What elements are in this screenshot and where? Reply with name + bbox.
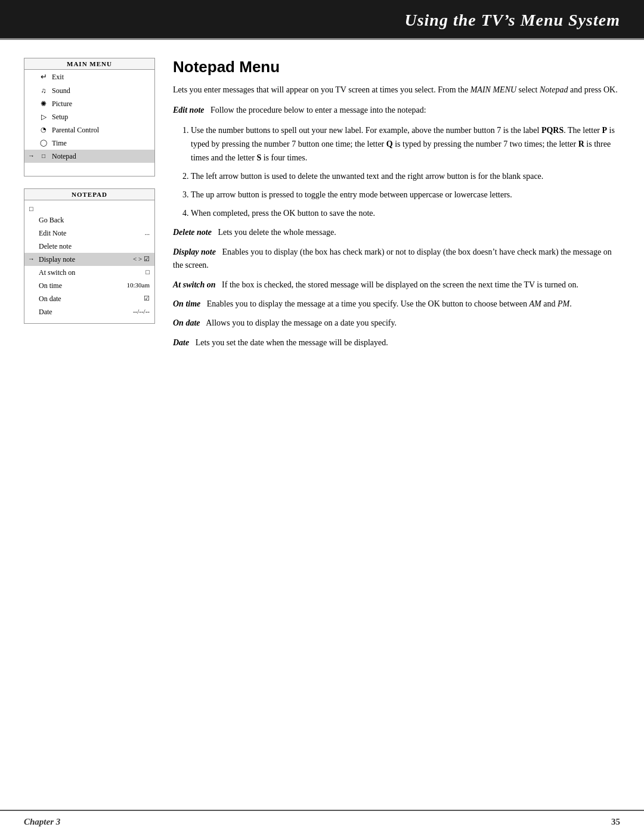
atswitchon-arrow (28, 267, 35, 277)
date-text: Lets you set the date when the message w… (196, 338, 388, 347)
menu-item-parental: ◔ Parental Control (24, 123, 154, 137)
picture-arrow (28, 98, 35, 109)
deletenote-arrow (28, 241, 35, 251)
at-switch-on-text: If the box is checked, the stored messag… (222, 280, 578, 289)
parental-icon: ◔ (39, 125, 48, 135)
edit-note-text: Follow the procedure below to enter a me… (210, 106, 426, 114)
notepad-row-displaynote: → Display note < > ☑ (24, 253, 154, 266)
pm-ref: PM (558, 299, 569, 308)
notepad-icon: □ (39, 151, 48, 160)
notepad-row-ondate: On date ☑ (24, 292, 154, 305)
setup-label: Setup (52, 112, 150, 122)
notepad-ref: Notepad (540, 85, 568, 94)
at-switch-on-block: At switch on If the box is checked, the … (173, 278, 620, 292)
notepad-label: Notepad (52, 151, 150, 162)
goback-arrow (28, 215, 35, 225)
s-bold: S (256, 153, 261, 162)
notepad-bottom-spacer (24, 318, 154, 323)
edit-note-block: Edit note Follow the procedure below to … (173, 104, 620, 117)
step-3: The up arrow button is pressed to toggle… (191, 188, 620, 202)
sound-icon: ♫ (39, 85, 48, 96)
exit-arrow (28, 72, 35, 82)
time-arrow (28, 138, 35, 148)
menu-item-picture: ✺ Picture (24, 97, 154, 110)
steps-list: Use the number buttons to spell out your… (191, 123, 620, 221)
goback-label: Go Back (39, 215, 150, 225)
notepad-row-ontime: On time 10:30am (24, 279, 154, 292)
at-switch-on-label: At switch on (173, 280, 216, 289)
main-menu-title: MAIN MENU (24, 58, 154, 70)
ontime-value: 10:30am (127, 280, 150, 290)
editnote-label: Edit Note (39, 228, 141, 239)
right-panel: Notepad Menu Lets you enter messages tha… (173, 58, 620, 355)
notepad-checkbox-top: □ (24, 204, 154, 213)
delete-note-text: Lets you delete the whole message. (218, 228, 336, 237)
setup-icon: ▷ (39, 112, 48, 122)
main-content: MAIN MENU ↵ Exit ♫ Sound ✺ Picture (0, 40, 644, 379)
exit-icon: ↵ (39, 71, 48, 83)
picture-icon: ✺ (39, 98, 48, 109)
delete-note-label: Delete note (173, 228, 212, 237)
atswitchon-value: □ (145, 267, 150, 277)
main-menu-ref: MAIN MENU (470, 85, 516, 94)
editnote-value: ... (145, 228, 150, 238)
pqrs-bold: PQRS (541, 126, 564, 135)
on-date-label: On date (173, 318, 200, 327)
menu-item-sound: ♫ Sound (24, 84, 154, 97)
notepad-row-editnote: Edit Note ... (24, 227, 154, 240)
parental-label: Parental Control (52, 125, 150, 135)
notepad-row-atswitchon: At switch on □ (24, 266, 154, 279)
date-block: Date Lets you set the date when the mess… (173, 336, 620, 349)
ontime-label: On time (39, 280, 123, 291)
ondate-arrow (28, 293, 35, 304)
section-title: Notepad Menu (173, 58, 620, 76)
notepad-menu-box: NOTEPAD □ Go Back Edit Note ... Delete n… (24, 188, 155, 324)
menu-item-exit: ↵ Exit (24, 70, 154, 84)
step-2: The left arrow button is used to delete … (191, 169, 620, 183)
display-note-label: Display note (173, 247, 216, 256)
notepad-row-date: Date --/--/-- (24, 305, 154, 318)
step-4: When completed, press the OK button to s… (191, 206, 620, 220)
editnote-arrow (28, 228, 35, 238)
notepad-arrow: → (28, 151, 35, 161)
exit-label: Exit (52, 72, 150, 82)
time-label: Time (52, 138, 150, 148)
intro-text: Lets you enter messages that will appear… (173, 83, 620, 97)
page-footer: Chapter 3 35 (0, 810, 644, 833)
delete-note-block: Delete note Lets you delete the whole me… (173, 226, 620, 239)
edit-note-label: Edit note (173, 106, 205, 114)
parental-arrow (28, 125, 35, 135)
menu-item-time: ◯ Time (24, 137, 154, 150)
display-note-text: Enables you to display (the box has chec… (173, 247, 612, 270)
r-bold: R (578, 140, 584, 148)
sound-arrow (28, 85, 35, 95)
displaynote-label: Display note (39, 254, 129, 265)
main-menu-box: MAIN MENU ↵ Exit ♫ Sound ✺ Picture (24, 58, 155, 176)
on-time-text: Enables you to display the message at a … (207, 299, 572, 308)
time-icon: ◯ (39, 138, 48, 148)
picture-label: Picture (52, 98, 150, 109)
notepad-row-deletenote: Delete note (24, 240, 154, 253)
menu-spacer (24, 163, 154, 176)
on-date-text: Allows you to display the message on a d… (206, 318, 397, 327)
on-time-block: On time Enables you to display the messa… (173, 298, 620, 311)
p-bold: P (602, 126, 608, 135)
ondate-label: On date (39, 293, 140, 304)
setup-arrow (28, 112, 35, 122)
on-time-label: On time (173, 299, 200, 308)
page-header: Using the TV’s Menu System (0, 0, 644, 38)
atswitchon-label: At switch on (39, 267, 142, 278)
footer-chapter: Chapter 3 (24, 817, 60, 827)
date-value: --/--/-- (133, 306, 150, 317)
step-1: Use the number buttons to spell out your… (191, 123, 620, 165)
notepad-menu-title: NOTEPAD (24, 189, 154, 200)
am-ref: AM (529, 299, 541, 308)
display-note-block: Display note Enables you to display (the… (173, 246, 620, 272)
notepad-row-goback: Go Back (24, 213, 154, 227)
ontime-arrow (28, 280, 35, 290)
sound-label: Sound (52, 85, 150, 96)
deletenote-label: Delete note (39, 241, 150, 252)
footer-page: 35 (611, 817, 620, 827)
q-bold: Q (386, 140, 393, 148)
header-title: Using the TV’s Menu System (404, 11, 620, 29)
